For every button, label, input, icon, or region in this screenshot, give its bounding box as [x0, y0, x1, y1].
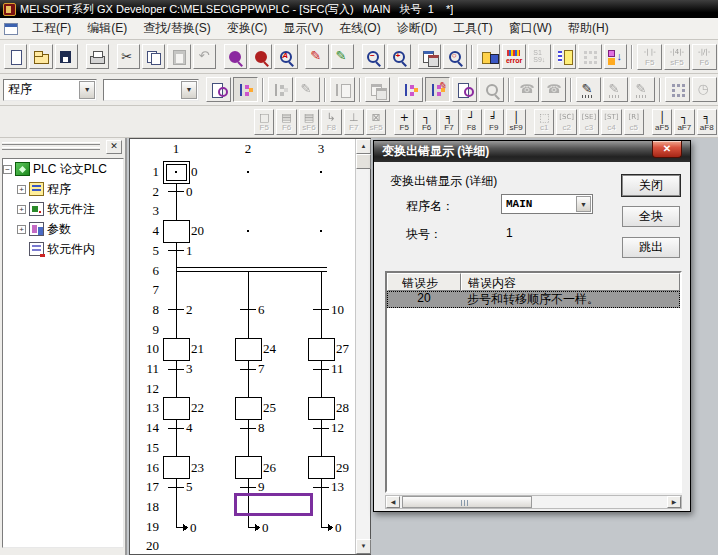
chevron-down-icon[interactable]: ▼	[79, 81, 95, 99]
tree-item-root[interactable]: −PLC 论文PLC	[3, 159, 123, 179]
svg-text:3: 3	[186, 361, 193, 376]
menu-item-view[interactable]: 显示(V)	[275, 17, 331, 40]
marker-green-button[interactable]	[331, 44, 354, 69]
block-grid-button[interactable]	[665, 77, 690, 102]
data-type-combobox[interactable]: 程序 ▼	[3, 79, 97, 101]
expand-icon[interactable]: +	[17, 225, 26, 234]
fkey-sel-join-f8[interactable]: ┘F8	[461, 109, 481, 135]
tree-item-device-memory[interactable]: 软元件内	[3, 239, 123, 259]
fkey-transition-f5[interactable]: +F5	[394, 109, 414, 135]
collapse-icon[interactable]: −	[3, 165, 12, 174]
menu-item-project[interactable]: 工程(F)	[24, 17, 79, 40]
svg-text:12: 12	[146, 381, 159, 396]
tree-item-program[interactable]: +程序	[3, 179, 123, 199]
scroll-down-icon[interactable]: ▼	[356, 539, 371, 554]
svg-text:10: 10	[331, 302, 344, 317]
menu-item-online[interactable]: 在线(O)	[331, 17, 388, 40]
cut-button[interactable]	[117, 44, 140, 69]
svg-text:3: 3	[153, 203, 160, 218]
marker-red-button[interactable]	[305, 44, 328, 69]
scroll-right-icon[interactable]: ▶	[667, 496, 681, 508]
save-project-button[interactable]	[55, 44, 78, 69]
fkey-vline-sf9[interactable]: │sF9	[506, 109, 526, 135]
menu-item-window[interactable]: 窗口(W)	[501, 17, 560, 40]
find-in-doc-button[interactable]	[452, 77, 477, 102]
error-list-hscrollbar[interactable]: ◀ ▶	[385, 495, 682, 509]
scroll-left-icon[interactable]: ◀	[386, 496, 400, 508]
data-type-value: 程序	[4, 81, 32, 98]
menu-item-convert[interactable]: 变换(C)	[219, 17, 276, 40]
tree-item-label: 软元件注	[47, 201, 95, 218]
sfc-block-view-button[interactable]	[398, 77, 423, 102]
menu-item-find-replace[interactable]: 查找/替换(S)	[135, 17, 218, 40]
print-button[interactable]	[86, 44, 109, 69]
scrollbar-thumb[interactable]	[356, 154, 371, 169]
plc-monitor-button[interactable]	[477, 44, 500, 69]
error-content-column-header[interactable]: 错误内容	[461, 273, 680, 291]
window-switch-button[interactable]	[418, 44, 441, 69]
fkey-vline-sf9-label: sF9	[509, 124, 522, 132]
menu-item-help[interactable]: 帮助(H)	[560, 17, 617, 40]
fkey-rule-af7[interactable]: ┐aF7	[674, 109, 694, 135]
error-step-column-header[interactable]: 错误步	[387, 273, 461, 291]
jump-button[interactable]: 跳出	[622, 237, 680, 258]
panel-grip[interactable]	[2, 147, 100, 150]
scroll-up-icon[interactable]: ▲	[356, 139, 371, 154]
zoom-out-button[interactable]: −	[362, 44, 385, 69]
menu-item-diagnostics[interactable]: 诊断(D)	[389, 17, 446, 40]
panel-grip[interactable]	[2, 142, 100, 145]
dialog-close-button[interactable]: ✕	[652, 141, 682, 158]
editor-vertical-scrollbar[interactable]: ▲ ▼	[355, 139, 370, 554]
tree-item-parameter[interactable]: +参数	[3, 219, 123, 239]
new-project-button[interactable]	[4, 44, 27, 69]
menu-item-tools[interactable]: 工具(T)	[445, 17, 500, 40]
find-combobox[interactable]: ▼	[103, 79, 199, 101]
program-name-combobox[interactable]: MAIN ▼	[501, 194, 593, 214]
mdi-child-icon[interactable]	[4, 23, 18, 35]
fkey-step-f6-label: F6	[282, 124, 291, 132]
sfc-diagram[interactable]: 1231234567891011121314151617181920012610…	[130, 139, 356, 554]
chevron-down-icon[interactable]: ▼	[181, 81, 197, 99]
parameter-icon	[29, 222, 44, 236]
find-string-button[interactable]: A	[274, 44, 297, 69]
fkey-rule-af8[interactable]: ╕aF8	[697, 109, 717, 135]
panel-close-button[interactable]: ✕	[106, 140, 122, 154]
mag-gray-icon	[483, 82, 501, 98]
application-window: MELSOFT系列 GX Developer C:\MELSEC\GPPW\PL…	[0, 0, 718, 555]
close-button[interactable]: 关闭	[622, 175, 680, 196]
find-device-button[interactable]	[249, 44, 272, 69]
menu-item-edit[interactable]: 编辑(E)	[79, 17, 135, 40]
expand-icon[interactable]: +	[17, 185, 26, 194]
grid-icon	[669, 82, 687, 98]
open-project-button[interactable]	[29, 44, 52, 69]
display-scale-button[interactable]: ○	[443, 44, 466, 69]
chevron-down-icon[interactable]: ▼	[576, 196, 591, 212]
expand-icon[interactable]: +	[17, 205, 26, 214]
tree-item-device-comment[interactable]: +软元件注	[3, 199, 123, 219]
hscrollbar-thumb[interactable]	[402, 496, 532, 508]
comment-display-button[interactable]	[576, 77, 601, 102]
clock-icon	[696, 82, 714, 98]
all-blocks-button[interactable]: 全块	[622, 206, 680, 227]
tree-item-label: 参数	[47, 221, 71, 238]
error-jump-button[interactable]	[502, 44, 525, 69]
title-bar: MELSOFT系列 GX Developer C:\MELSEC\GPPW\PL…	[0, 0, 718, 18]
program-check-button[interactable]	[206, 77, 231, 102]
block-sort-button[interactable]	[604, 44, 627, 69]
sfc-diagram-view-button[interactable]	[233, 77, 258, 102]
sfc-edit-cursor[interactable]	[235, 495, 311, 515]
fkey-sel-branch-f6[interactable]: ┐F6	[416, 109, 436, 135]
svg-text:11: 11	[331, 361, 344, 376]
fkey-rule-af5-icon: │	[659, 112, 666, 124]
find-button[interactable]	[224, 44, 247, 69]
error-row[interactable]: 20步号和转移顺序不一样。	[387, 291, 680, 308]
sfc-zoom-edit-button[interactable]: ✎	[425, 77, 450, 102]
copy-button[interactable]	[142, 44, 165, 69]
fkey-jump-f8-icon: ↳	[327, 112, 336, 124]
zoom-in-button[interactable]: +	[387, 44, 410, 69]
svg-text:6: 6	[153, 263, 160, 278]
fkey-par-join-f9[interactable]: ╛F9	[484, 109, 504, 135]
fkey-rule-af5[interactable]: │aF5	[652, 109, 672, 135]
block-list-button[interactable]	[553, 44, 576, 69]
fkey-par-branch-f7[interactable]: ╕F7	[439, 109, 459, 135]
